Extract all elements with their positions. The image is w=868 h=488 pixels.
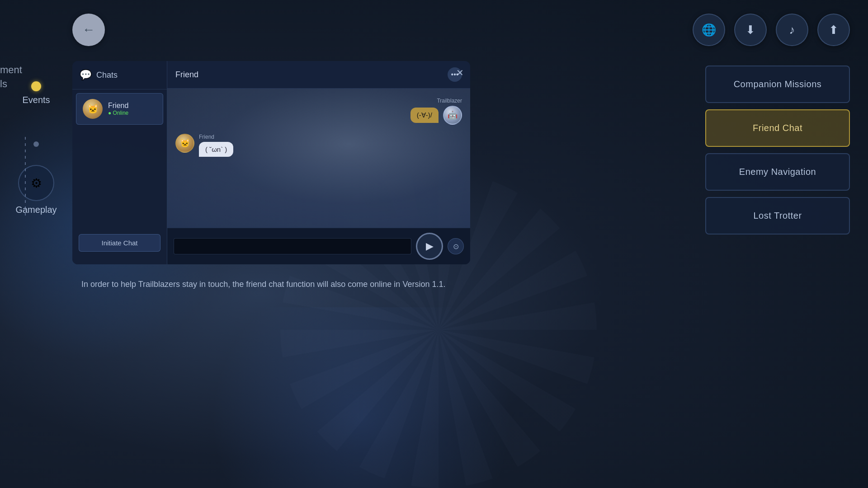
- events-dot-icon: [31, 81, 41, 91]
- header: ← 🌐 ⬇ ♪ ⬆: [72, 14, 850, 46]
- description-container: In order to help Trailblazers stay in to…: [72, 278, 696, 291]
- download-button[interactable]: ⬇: [734, 14, 767, 46]
- friend-status: ● Online: [108, 110, 128, 116]
- trailblazer-message: Trailblazer (-∀-)/ 🤖: [175, 98, 462, 125]
- extra-icon: ⊙: [453, 242, 459, 251]
- companion-missions-button[interactable]: Companion Missions: [705, 66, 850, 103]
- sidebar-item-events[interactable]: Events: [0, 81, 72, 105]
- gameplay-icon: ⚙: [18, 165, 54, 201]
- chat-header-label: Chats: [96, 70, 118, 80]
- nav-small-dot: [33, 141, 39, 147]
- friend-avatar: 🐱: [83, 99, 103, 119]
- play-icon: ▶: [426, 240, 434, 252]
- share-button[interactable]: ⬆: [817, 14, 850, 46]
- trailblazer-avatar: 🤖: [443, 106, 462, 125]
- friend-message: 🐱 Friend ( ˘ωn` ): [175, 134, 462, 157]
- chat-sidebar-header: 💬 Chats: [72, 61, 167, 89]
- chat-main-contact-name: Friend: [175, 70, 198, 80]
- chat-contact-friend[interactable]: 🐱 Friend ● Online: [76, 93, 163, 125]
- gameplay-label: Gameplay: [15, 205, 57, 215]
- chat-extra-button[interactable]: ⊙: [448, 238, 464, 254]
- back-button[interactable]: ←: [72, 14, 105, 46]
- enemy-navigation-button[interactable]: Enemy Navigation: [705, 153, 850, 191]
- chat-sidebar: 💬 Chats 🐱 Friend ● Online Initiate Chat: [72, 61, 167, 264]
- chat-panel: 💬 Chats 🐱 Friend ● Online Initiate Chat …: [72, 61, 470, 264]
- play-button[interactable]: ▶: [416, 233, 443, 260]
- right-panel: Companion Missions Friend Chat Enemy Nav…: [705, 61, 850, 470]
- chat-input-area: ▶ ⊙: [167, 228, 470, 264]
- trailblazer-sender-label: Trailblazer: [437, 98, 462, 104]
- lost-trotter-button[interactable]: Lost Trotter: [705, 197, 850, 235]
- friend-message-avatar: 🐱: [175, 134, 194, 153]
- music-button[interactable]: ♪: [776, 14, 808, 46]
- events-label: Events: [22, 95, 50, 105]
- friend-name: Friend: [108, 102, 128, 110]
- friend-sender-label: Friend: [199, 134, 233, 140]
- chat-input-bar[interactable]: [174, 238, 411, 254]
- header-right-buttons: 🌐 ⬇ ♪ ⬆: [693, 14, 850, 46]
- friend-contact-info: Friend ● Online: [108, 102, 128, 116]
- main-content: 💬 Chats 🐱 Friend ● Online Initiate Chat …: [72, 61, 850, 470]
- chat-header-icon: 💬: [80, 69, 92, 81]
- nav-connector-line: [25, 137, 26, 218]
- chat-main-header: Friend •••: [167, 61, 470, 89]
- chat-main: ✕ Friend ••• Trailblazer (-∀-)/: [167, 61, 470, 264]
- friend-bubble: ( ˘ωn` ): [199, 142, 233, 157]
- friend-message-content: Friend ( ˘ωn` ): [199, 134, 233, 157]
- description-text: In order to help Trailblazers stay in to…: [81, 278, 687, 291]
- friend-chat-button[interactable]: Friend Chat: [705, 109, 850, 147]
- globe-button[interactable]: 🌐: [693, 14, 725, 46]
- chat-messages-area: Trailblazer (-∀-)/ 🤖 🐱 Friend ( ˘ωn`: [167, 89, 470, 228]
- trailblazer-bubble: (-∀-)/: [410, 108, 439, 123]
- initiate-chat-button[interactable]: Initiate Chat: [79, 234, 160, 252]
- left-navigation: Events ⚙ Gameplay: [0, 81, 72, 238]
- chat-close-button[interactable]: ✕: [456, 67, 464, 78]
- sidebar-item-gameplay[interactable]: ⚙ Gameplay: [0, 165, 72, 215]
